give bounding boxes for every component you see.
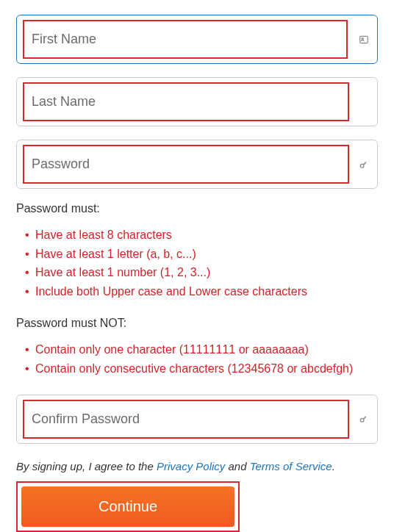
last-name-container — [16, 77, 378, 126]
agreement-suffix: . — [332, 460, 335, 472]
password-must-not-list: Contain only one character (11111111 or … — [16, 340, 378, 378]
confirm-password-container — [16, 395, 378, 444]
confirm-password-highlight — [23, 400, 349, 439]
agreement-prefix: By signing up, I agree to the — [16, 460, 157, 472]
password-rule: Have at least 1 number (1, 2, 3...) — [25, 263, 378, 282]
contact-card-icon — [358, 34, 370, 46]
password-rule: Have at least 1 letter (a, b, c...) — [25, 245, 378, 264]
confirm-password-input[interactable] — [24, 401, 348, 437]
password-key-icon — [358, 159, 370, 170]
continue-button[interactable]: Continue — [21, 486, 234, 527]
password-must-list: Have at least 8 characters Have at least… — [16, 226, 378, 301]
privacy-policy-link[interactable]: Privacy Policy — [157, 460, 225, 472]
password-key-icon — [358, 413, 370, 425]
svg-point-1 — [362, 37, 363, 39]
first-name-container — [16, 15, 378, 64]
continue-highlight: Continue — [16, 481, 240, 532]
password-container — [16, 140, 378, 189]
password-must-not-heading: Password must NOT: — [16, 317, 378, 330]
terms-of-service-link[interactable]: Terms of Service — [250, 460, 332, 472]
password-rule: Include both Upper case and Lower case c… — [25, 282, 378, 301]
password-not-rule: Contain only one character (11111111 or … — [25, 340, 378, 359]
svg-rect-0 — [360, 36, 368, 43]
first-name-highlight — [23, 20, 348, 59]
password-input[interactable] — [24, 146, 348, 182]
svg-point-3 — [360, 418, 364, 422]
first-name-input[interactable] — [24, 21, 346, 57]
last-name-highlight — [23, 82, 349, 121]
svg-point-2 — [360, 164, 364, 168]
password-highlight — [23, 145, 349, 184]
agreement-text: By signing up, I agree to the Privacy Po… — [16, 460, 378, 472]
password-not-rule: Contain only consecutive characters (123… — [25, 359, 378, 378]
password-rule: Have at least 8 characters — [25, 226, 378, 245]
last-name-input[interactable] — [24, 84, 348, 120]
agreement-and: and — [225, 460, 249, 472]
password-must-heading: Password must: — [16, 202, 378, 215]
